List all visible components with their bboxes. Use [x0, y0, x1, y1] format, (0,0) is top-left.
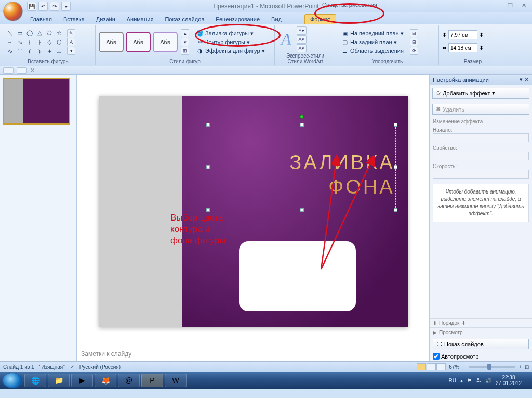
text-effects-icon[interactable]: A▾ [297, 44, 307, 52]
resize-handle[interactable] [206, 208, 210, 212]
send-back-button[interactable]: ▢На задний план ▾ [339, 38, 406, 46]
slides-tab[interactable] [3, 67, 14, 74]
property-field[interactable] [433, 152, 529, 160]
normal-view-icon[interactable] [417, 363, 426, 370]
styles-up-icon[interactable]: ▴ [181, 29, 189, 37]
minimize-icon[interactable]: — [490, 1, 503, 9]
selection-pane-button[interactable]: ☰Область выделения [339, 47, 406, 55]
height-input[interactable]: 7,97 см [448, 30, 477, 39]
zoom-value[interactable]: 67% [449, 364, 459, 370]
explorer-icon[interactable]: 📁 [48, 374, 70, 387]
slide-content-box[interactable] [239, 241, 356, 311]
add-effect-button[interactable]: ✩Добавить эффект ▾ [432, 88, 529, 99]
qat-more-icon[interactable]: ▾ [61, 2, 71, 11]
notes-pane[interactable]: Заметки к слайду [77, 348, 429, 361]
tab-animation[interactable]: Анимация [122, 15, 159, 24]
group-icon[interactable]: ⊞ [410, 38, 418, 46]
spinner-icon[interactable]: ⬍ [479, 45, 484, 51]
resize-handle[interactable] [300, 123, 303, 127]
fit-window-icon[interactable]: ⊡ [525, 364, 529, 370]
volume-icon[interactable]: 🔊 [485, 378, 491, 383]
rotate-handle[interactable] [300, 115, 304, 119]
shape-fill-button[interactable]: 🪣Заливка фигуры ▾ [194, 29, 267, 37]
office-button[interactable] [3, 2, 23, 21]
styles-more-icon[interactable]: ⊞ [181, 47, 189, 55]
group-label: Стили фигур [99, 58, 271, 64]
tab-format[interactable]: Формат [304, 14, 336, 24]
shape-style-2[interactable]: Абв [126, 32, 151, 52]
align-icon[interactable]: ⊟ [410, 29, 418, 37]
reorder-down-icon[interactable]: ⬇ [461, 320, 466, 326]
shape-effects-button[interactable]: ◑Эффекты для фигур ▾ [194, 47, 267, 55]
slide-thumbnails: 1 [0, 75, 77, 361]
resize-handle[interactable] [206, 123, 210, 127]
outline-tab[interactable] [17, 67, 27, 74]
tab-design[interactable]: Дизайн [91, 15, 121, 24]
tab-slideshow[interactable]: Показ слайдов [159, 15, 209, 24]
word-task-icon[interactable]: W [165, 374, 187, 387]
zoom-in-icon[interactable]: + [518, 364, 522, 370]
sorter-view-icon[interactable] [427, 363, 436, 370]
slide[interactable]: ЗАЛИВКАФОНА [99, 96, 408, 327]
powerpoint-task-icon[interactable]: P [141, 374, 163, 387]
play-icon[interactable]: ▶ [433, 330, 437, 335]
width-icon: ⬌ [442, 45, 447, 51]
more-shapes-icon[interactable]: ▾ [67, 47, 75, 55]
start-field[interactable] [433, 133, 529, 142]
remove-effect-button[interactable]: ✖Удалить [432, 104, 529, 115]
wmp-icon[interactable]: ▶ [71, 374, 93, 387]
maximize-icon[interactable]: ❐ [504, 1, 516, 9]
tab-home[interactable]: Главная [25, 15, 57, 24]
network-icon[interactable]: 🖧 [476, 378, 481, 383]
reorder-up-icon[interactable]: ⬆ [433, 320, 437, 326]
group-label: Стили WordArt [287, 59, 323, 64]
ie-icon[interactable]: 🌐 [24, 374, 46, 387]
group-label: Вставить фигуры [5, 58, 92, 64]
shape-style-1[interactable]: Абв [99, 32, 124, 52]
taskpane-dropdown-icon[interactable]: ▾ [520, 76, 523, 83]
tray-up-icon[interactable]: ▴ [460, 378, 463, 383]
taskpane-hint: Чтобы добавить анимацию, выделите элемен… [433, 184, 529, 222]
tab-review[interactable]: Рецензирование [210, 15, 265, 24]
close-icon[interactable]: ✕ [517, 1, 530, 9]
slideshow-view-icon[interactable] [436, 363, 446, 370]
width-input[interactable]: 14,18 см [448, 43, 477, 52]
tab-view[interactable]: Вид [266, 15, 287, 24]
taskpane-close-icon[interactable]: ✕ [524, 76, 529, 83]
firefox-icon[interactable]: 🦊 [95, 374, 116, 387]
slideshow-button[interactable]: 🖵Показ слайдов [433, 339, 529, 349]
text-outline-icon[interactable]: A▾ [297, 35, 307, 44]
resize-handle[interactable] [394, 123, 397, 127]
redo-icon[interactable]: ↷ [50, 2, 59, 11]
resize-handle[interactable] [394, 208, 397, 212]
shape-style-3[interactable]: Абв [153, 32, 178, 52]
start-button[interactable] [2, 373, 23, 388]
language-bar[interactable]: RU [448, 378, 456, 383]
styles-down-icon[interactable]: ▾ [181, 38, 189, 46]
language-indicator[interactable]: Русский (Россия) [79, 364, 121, 370]
save-icon[interactable]: 💾 [27, 2, 36, 11]
text-box-icon[interactable]: A [67, 38, 75, 46]
speed-field[interactable] [433, 170, 529, 179]
mail-icon[interactable]: @ [118, 374, 140, 387]
resize-handle[interactable] [206, 166, 210, 169]
wordart-gallery-icon[interactable]: A [278, 30, 295, 49]
edit-shape-icon[interactable]: ✎ [67, 29, 75, 37]
bring-front-button[interactable]: ▣На передний план ▾ [339, 29, 406, 37]
undo-icon[interactable]: ↶ [38, 2, 48, 11]
shape-outline-button[interactable]: ✏Контур фигуры ▾ [194, 38, 267, 46]
rotate-icon[interactable]: ⟳ [410, 47, 418, 55]
flag-icon[interactable]: ⚑ [467, 378, 472, 383]
tab-insert[interactable]: Вставка [58, 15, 90, 24]
slide-thumbnail-1[interactable] [3, 78, 70, 125]
show-desktop[interactable] [526, 373, 530, 388]
shapes-gallery[interactable]: ＼▭◯△⬠☆ →↘{}◇⬡ ∿⌒()✦▱ [5, 29, 64, 56]
autopreview-checkbox[interactable] [433, 353, 440, 360]
spellcheck-icon[interactable]: ✓ [70, 364, 74, 370]
zoom-out-icon[interactable]: − [462, 364, 466, 370]
text-fill-icon[interactable]: A▾ [297, 26, 307, 35]
resize-handle[interactable] [300, 208, 303, 212]
clock[interactable]: 22:38 27.01.2012 [496, 375, 522, 387]
zoom-slider[interactable] [469, 366, 515, 368]
spinner-icon[interactable]: ⬍ [479, 32, 484, 38]
